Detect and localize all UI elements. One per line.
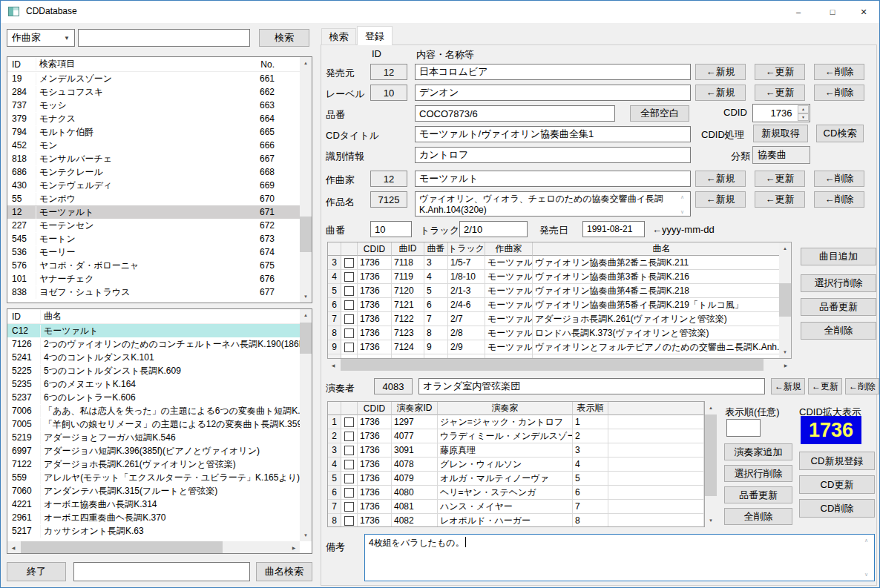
song-col-id[interactable]: ID xyxy=(7,311,40,322)
label-delete-button[interactable]: ←削除 xyxy=(814,85,864,101)
song-row[interactable]: 5217カッサシオント長調K.63 xyxy=(7,524,312,538)
row-checkbox[interactable] xyxy=(344,516,354,526)
performer-row[interactable]: 617364080ヘリ=ヤン・ステヘンガ6 xyxy=(328,486,704,500)
delete-all-performers-button[interactable]: 全削除 xyxy=(724,508,792,525)
work-update-button[interactable]: ←更新 xyxy=(755,191,805,208)
song-row[interactable]: 7006「ああ、私は恋人を失った」の主題による6つの変奏曲ト短調K.360( xyxy=(7,404,312,417)
song-list-vscrollbar[interactable]: ▲ ▼ xyxy=(300,309,312,541)
label-new-button[interactable]: ←新規 xyxy=(695,85,746,101)
song-search-button[interactable]: 曲名検索 xyxy=(256,562,312,581)
category-field[interactable]: 協奏曲 xyxy=(752,146,810,164)
add-performer-button[interactable]: 演奏家追加 xyxy=(724,443,792,460)
composer-new-button[interactable]: ←新規 xyxy=(695,171,746,187)
row-checkbox[interactable] xyxy=(344,502,354,512)
update-product-no-button[interactable]: 品番更新 xyxy=(801,298,876,316)
song-list-hscrollbar[interactable]: ◀ ▶ xyxy=(7,541,300,553)
performers-vscrollbar[interactable]: ▲ ▼ xyxy=(705,402,717,526)
col-cdid[interactable]: CDID xyxy=(358,242,392,256)
col-performer-id[interactable]: 演奏家ID xyxy=(392,402,438,415)
row-checkbox[interactable] xyxy=(344,488,354,498)
composer-row[interactable]: 379モナクス664 xyxy=(7,112,312,125)
performer-id-field[interactable]: 4083 xyxy=(374,378,413,394)
track-field[interactable]: 2/10 xyxy=(459,221,528,237)
publisher-name-field[interactable]: 日本コロムビア xyxy=(415,64,691,80)
song-row[interactable]: 52356つのメヌエットK.164 xyxy=(7,377,312,391)
col-composer[interactable]: 作曲家 xyxy=(485,242,533,256)
composer-id-field[interactable]: 12 xyxy=(370,171,407,187)
delete-selected-performers-button[interactable]: 選択行削除 xyxy=(724,465,792,482)
exit-button[interactable]: 終了 xyxy=(7,562,66,581)
row-checkbox[interactable] xyxy=(344,432,354,441)
row-checkbox[interactable] xyxy=(344,460,354,469)
scroll-thumb[interactable] xyxy=(779,283,791,317)
work-name-field[interactable]: ヴァイオリン、ヴィオラ、チェロのための協奏交響曲イ長調 K.Anh.104(32… xyxy=(415,191,691,217)
composer-list-scrollbar[interactable]: ▲ ▼ xyxy=(300,57,312,303)
composer-row[interactable]: 55モンポウ670 xyxy=(7,192,312,205)
tab-search[interactable]: 検索 xyxy=(321,28,356,45)
col-cdid[interactable]: CDID xyxy=(358,402,392,415)
song-row[interactable]: 2961オーボエ四重奏曲ヘ長調K.370 xyxy=(7,511,312,524)
identify-info-field[interactable]: カントロフ xyxy=(415,147,691,163)
song-row[interactable]: 7060アンダンテハ長調K.315(フルートと管弦楽) xyxy=(7,484,312,498)
cd-delete-button[interactable]: CD削除 xyxy=(799,499,875,518)
scroll-up-icon[interactable]: ▲ xyxy=(705,402,717,414)
cd-title-field[interactable]: モーツァルト/ヴァイオリン協奏曲全集1 xyxy=(415,126,691,142)
performer-name-field[interactable]: オランダ室内管弦楽団 xyxy=(418,378,765,394)
composer-col-item[interactable]: 検索項目 xyxy=(36,58,245,70)
scroll-down-icon[interactable]: ▼ xyxy=(300,529,312,541)
publisher-id-field[interactable]: 12 xyxy=(370,64,407,80)
song-row[interactable]: 71262つのヴァイオリンのためのコンチェルトーネハ長調K.190(186E) xyxy=(7,337,312,351)
row-checkbox[interactable] xyxy=(344,446,354,455)
composer-row[interactable]: 794モルトケ伯爵665 xyxy=(7,125,312,139)
col-song-name[interactable]: 曲名 xyxy=(533,242,791,256)
composer-col-id[interactable]: ID xyxy=(7,59,36,70)
cdid-spinner[interactable]: 1736 ▲ ▼ xyxy=(752,104,810,122)
composer-update-button[interactable]: ←更新 xyxy=(755,171,805,187)
track-row[interactable]: 31736711831/5-7モーツァルトヴァイオリン協奏曲第2番ニ長調K.21… xyxy=(328,256,791,270)
cd-search-button[interactable]: CD検索 xyxy=(816,125,864,142)
product-no-field[interactable]: COCO7873/6 xyxy=(415,105,615,122)
row-checkbox[interactable] xyxy=(344,300,354,310)
song-row[interactable]: 559アレルヤ(モテット「エクスルターテ・ユビラーテ」K.165より) xyxy=(7,471,312,484)
composer-row[interactable]: 430モンテヴェルディ669 xyxy=(7,179,312,192)
col-track[interactable]: トラック xyxy=(448,242,485,256)
release-date-field[interactable]: 1991-08-21 xyxy=(582,221,645,237)
label-update-button[interactable]: ←更新 xyxy=(755,85,805,101)
track-row[interactable]: 91736712492/9モーツァルトヴァイオリンとフォルテピアノのための交響曲… xyxy=(328,340,791,354)
label-id-field[interactable]: 10 xyxy=(370,85,407,101)
performer-update-button[interactable]: ←更新 xyxy=(808,378,842,394)
scroll-left-icon[interactable]: ◀ xyxy=(7,541,19,553)
performer-row[interactable]: 517364079オルガ・マルティノーヴァ5 xyxy=(328,472,704,486)
composer-row[interactable]: 227モーテンセン672 xyxy=(7,219,312,232)
row-checkbox[interactable] xyxy=(344,417,354,427)
scroll-down-icon[interactable]: ▼ xyxy=(300,291,312,303)
scroll-thumb[interactable] xyxy=(705,414,717,496)
scroll-up-icon[interactable]: ▲ xyxy=(779,242,791,254)
track-row[interactable]: 41736711941/8-10モーツァルトヴァイオリン協奏曲第3番ト長調K.2… xyxy=(328,270,791,284)
composer-row[interactable]: 686モンテクレール668 xyxy=(7,165,312,179)
song-row[interactable]: 52414つのコントルダンスK.101 xyxy=(7,351,312,364)
publisher-update-button[interactable]: ←更新 xyxy=(755,64,805,80)
composer-row[interactable]: 12モーツァルト671 xyxy=(7,205,312,219)
composer-row[interactable]: 545モートン673 xyxy=(7,232,312,245)
performer-row[interactable]: 417364078グレン・ウィルソン4 xyxy=(328,457,704,472)
scroll-down-icon[interactable]: ∨ xyxy=(864,572,878,577)
row-checkbox[interactable] xyxy=(344,272,354,282)
track-row[interactable]: 61736712162/4-6モーツァルトヴァイオリン協奏曲第5番イ長調K.21… xyxy=(328,298,791,312)
performer-row[interactable]: 817364082レオポルド・ハーガー8 xyxy=(328,514,704,527)
scroll-thumb[interactable] xyxy=(341,359,764,371)
clear-all-button[interactable]: 全部空白 xyxy=(630,105,689,122)
composer-row[interactable]: 576ヤコポ・ダ・ボローニャ675 xyxy=(7,259,312,272)
performer-row[interactable]: 117361297ジャン=ジャック・カントロフ1 xyxy=(328,415,704,429)
song-row[interactable]: 4221オーボエ協奏曲ハ長調K.314 xyxy=(7,498,312,511)
search-input[interactable] xyxy=(78,29,250,47)
scroll-left-icon[interactable]: ◀ xyxy=(327,359,339,371)
track-row[interactable]: 51736712052/1-3モーツァルトヴァイオリン協奏曲第4番ニ長調K.21… xyxy=(328,284,791,298)
tracks-vscrollbar[interactable]: ▲ ▼ xyxy=(779,242,791,358)
work-delete-button[interactable]: ←削除 xyxy=(814,191,864,208)
close-button[interactable]: ✕ xyxy=(847,1,880,23)
track-row[interactable]: 71736712272/7モーツァルトアダージョホ長調K.261(ヴァイオリンと… xyxy=(328,312,791,326)
label-name-field[interactable]: デンオン xyxy=(415,85,691,101)
work-new-button[interactable]: ←新規 xyxy=(695,191,746,208)
get-new-cdid-button[interactable]: 新規取得 xyxy=(753,125,808,142)
